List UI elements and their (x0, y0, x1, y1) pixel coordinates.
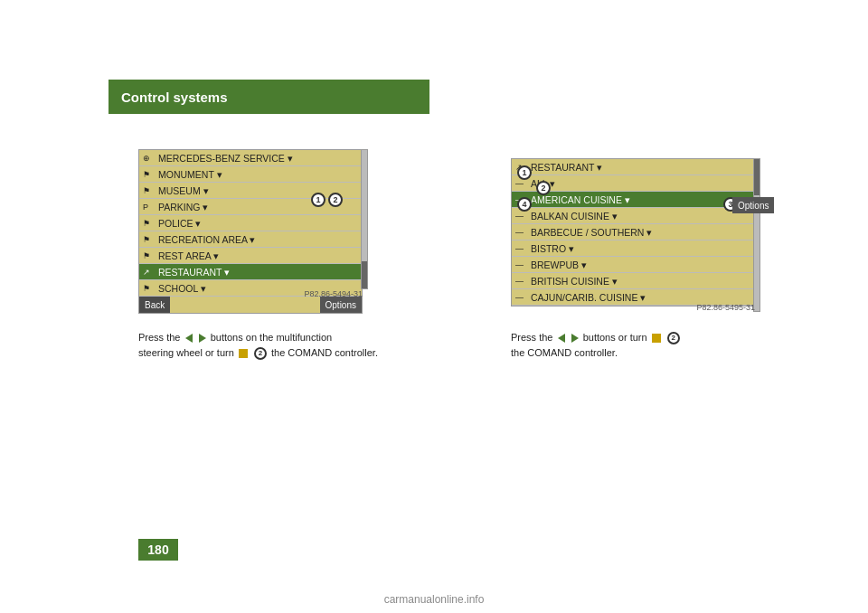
item-label: REST AREA ▾ (158, 250, 219, 261)
badge-2-left: 2 (328, 193, 343, 207)
badge-1-left: 1 (311, 193, 326, 207)
arrow-right-icon (199, 334, 206, 343)
british-icon: — (515, 277, 528, 286)
left-scrollbar[interactable] (361, 149, 368, 289)
yellow-square-icon (239, 349, 248, 358)
left-body-line2: steering wheel or turn 2 the COMAND cont… (138, 345, 464, 361)
menu-bottom-bar: Back Options (139, 297, 362, 313)
page-number: 180 (138, 539, 178, 561)
right-nav-menu: ↗ RESTAURANT ▾ — ALL ▾ — AMERICAN CUISIN… (511, 158, 755, 306)
options-button[interactable]: Options (320, 297, 362, 313)
bistro-icon: — (515, 244, 528, 253)
back-button[interactable]: Back (139, 297, 170, 313)
police-icon: ⚑ (143, 219, 156, 228)
item-label: BARBECUE / SOUTHERN ▾ (531, 227, 652, 238)
list-item-bistro[interactable]: — BISTRO ▾ (512, 240, 754, 257)
list-item-british[interactable]: — BRITISH CUISINE ▾ (512, 273, 754, 289)
list-item-american[interactable]: — AMERICAN CUISINE ▾ (512, 192, 754, 208)
item-label: RECREATION AREA ▾ (158, 234, 255, 245)
item-label: CAJUN/CARIB. CUISINE ▾ (531, 292, 646, 303)
arrow-right-icon-r (571, 334, 579, 343)
watermark: carmanualonline.info (384, 593, 485, 606)
item-label: AMERICAN CUISINE ▾ (531, 194, 630, 205)
list-item[interactable]: ⚑ MONUMENT ▾ (139, 166, 362, 183)
item-label: BRITISH CUISINE ▾ (531, 276, 618, 287)
list-item[interactable]: ⊕ MERCEDES-BENZ SERVICE ▾ (139, 150, 362, 166)
list-item[interactable]: ⚑ REST AREA ▾ (139, 248, 362, 264)
right-body-line1: Press the buttons or turn 2 (511, 330, 782, 345)
badge-1-right: 1 (517, 165, 532, 180)
list-item[interactable]: ⚑ RECREATION AREA ▾ (139, 231, 362, 248)
small-badge-2-left: 2 (254, 347, 267, 360)
recreation-icon: ⚑ (143, 235, 156, 244)
item-label: POLICE ▾ (158, 218, 201, 229)
rest-icon: ⚑ (143, 251, 156, 260)
right-body-text: Press the buttons or turn 2 the COMAND c… (511, 330, 782, 360)
left-body-text: Press the buttons on the multifunction s… (138, 330, 464, 360)
list-item-balkan[interactable]: — BALKAN CUISINE ▾ (512, 208, 754, 224)
list-item-brewpub[interactable]: — BREWPUB ▾ (512, 257, 754, 273)
brewpub-icon: — (515, 260, 528, 269)
right-image-caption: P82.86-5495-31 (511, 303, 755, 312)
item-label: BREWPUB ▾ (531, 259, 587, 270)
list-item-barbecue[interactable]: — BARBECUE / SOUTHERN ▾ (512, 224, 754, 240)
parking-icon: P (143, 203, 156, 212)
scrollbar-thumb-right (754, 159, 760, 195)
yellow-sq-r (652, 334, 661, 343)
list-item-restaurant[interactable]: ↗ RESTAURANT ▾ (139, 264, 362, 280)
arrow-left-icon (185, 334, 193, 343)
service-icon: ⊕ (143, 154, 156, 163)
list-item[interactable]: ⚑ POLICE ▾ (139, 215, 362, 231)
cajun-icon: — (515, 293, 528, 302)
item-label: BALKAN CUISINE ▾ (531, 211, 618, 222)
right-body-line2: the COMAND controller. (511, 345, 782, 361)
left-image-caption: P82.86-5494-31 (138, 289, 363, 298)
header-title: Control systems (121, 90, 228, 105)
scrollbar-thumb (362, 261, 367, 288)
options-button-right[interactable]: Options (732, 197, 774, 213)
list-item-restaurant-right[interactable]: ↗ RESTAURANT ▾ (512, 159, 754, 175)
museum-icon: ⚑ (143, 186, 156, 195)
right-scrollbar[interactable] (753, 158, 760, 312)
restaurant-icon: ↗ (143, 268, 156, 277)
monument-icon: ⚑ (143, 170, 156, 179)
item-label: MERCEDES-BENZ SERVICE ▾ (158, 153, 293, 164)
badge-4-right: 4 (517, 197, 532, 212)
item-label: MUSEUM ▾ (158, 185, 209, 196)
item-label: RESTAURANT ▾ (531, 162, 602, 173)
item-label: BISTRO ▾ (531, 243, 574, 254)
arrow-left-icon-r (558, 334, 565, 343)
item-label: RESTAURANT ▾ (158, 267, 230, 278)
left-body-line1: Press the buttons on the multifunction (138, 330, 464, 345)
barbecue-icon: — (515, 228, 528, 237)
badge-2-right: 2 (536, 181, 551, 195)
balkan-icon: — (515, 212, 528, 221)
small-badge-2-right: 2 (667, 332, 680, 344)
item-label: PARKING ▾ (158, 202, 208, 212)
header-bar: Control systems (108, 80, 429, 114)
item-label: MONUMENT ▾ (158, 169, 222, 180)
all-icon: — (515, 179, 528, 188)
